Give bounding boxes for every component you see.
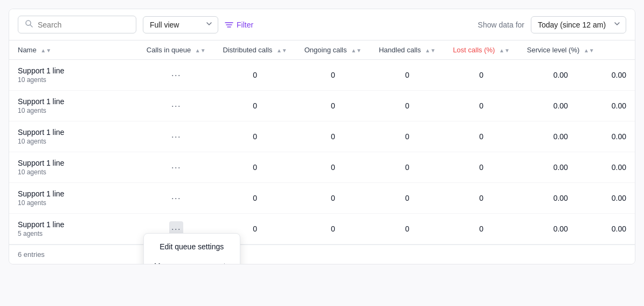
queue-name: Support 1 line xyxy=(18,159,129,167)
name-cell: Support 1 line10 agents xyxy=(9,183,138,214)
table-row: Support 1 line10 agents···00000.000.00 xyxy=(9,91,635,121)
table-row: Support 1 line10 agents···00000.000.00 xyxy=(9,183,635,214)
distributed-calls-cell: 0 xyxy=(296,91,370,121)
handled-calls-cell: 0 xyxy=(444,60,518,91)
context-menu-item[interactable]: Manage queue agents xyxy=(144,256,240,264)
name-cell: Support 1 line10 agents xyxy=(9,60,138,91)
menu-cell: ··· xyxy=(138,152,214,183)
service-level-cell: 0.00 xyxy=(603,214,635,244)
lost-calls-cell: 0.00 xyxy=(518,214,603,244)
lost-calls-cell: 0.00 xyxy=(518,152,603,183)
distributed-calls-cell: 0 xyxy=(296,214,370,244)
search-input[interactable] xyxy=(38,21,129,29)
col-header-service-level[interactable]: Service level (%) ▲▼ xyxy=(518,40,603,60)
search-icon xyxy=(25,19,33,30)
table-row: Support 1 line10 agents···00000.000.00 xyxy=(9,60,635,91)
search-box[interactable] xyxy=(18,16,136,33)
menu-cell: ··· xyxy=(138,91,214,121)
service-level-cell: 0.00 xyxy=(603,91,635,121)
row-menu-button[interactable]: ··· xyxy=(169,129,183,145)
col-header-lost-calls[interactable]: Lost calls (%) ▲▼ xyxy=(444,40,518,60)
data-table: Name ▲▼ Calls in queue ▲▼ Distributed ca… xyxy=(9,40,635,244)
distributed-calls-cell: 0 xyxy=(296,121,370,152)
name-cell: Support 1 line10 agents xyxy=(9,121,138,152)
col-header-name[interactable]: Name ▲▼ xyxy=(9,40,138,60)
lost-calls-cell: 0.00 xyxy=(518,91,603,121)
menu-cell: ··· xyxy=(138,60,214,91)
lost-calls-cell: 0.00 xyxy=(518,60,603,91)
handled-calls-cell: 0 xyxy=(444,152,518,183)
view-select-wrapper: Full view Compact view xyxy=(143,16,218,33)
ongoing-calls-cell: 0 xyxy=(370,121,444,152)
col-header-calls-in-queue[interactable]: Calls in queue ▲▼ xyxy=(138,40,214,60)
service-level-cell: 0.00 xyxy=(603,60,635,91)
toolbar: Full view Compact view Filter Show data … xyxy=(9,9,635,40)
name-cell: Support 1 line5 agents xyxy=(9,214,138,244)
handled-calls-cell: 0 xyxy=(444,183,518,214)
context-menu: Edit queue settingsManage queue agents xyxy=(143,233,240,264)
sort-arrows-handled-calls: ▲▼ xyxy=(425,48,436,53)
service-level-cell: 0.00 xyxy=(603,121,635,152)
sort-arrows-distributed-calls: ▲▼ xyxy=(276,48,287,53)
lost-calls-cell: 0.00 xyxy=(518,121,603,152)
distributed-calls-cell: 0 xyxy=(296,183,370,214)
row-menu-button[interactable]: ··· xyxy=(169,98,183,114)
queue-agents: 10 agents xyxy=(18,76,129,84)
date-select-wrapper: Today (since 12 am) Last 7 days Last 30 … xyxy=(531,16,626,33)
name-cell: Support 1 line10 agents xyxy=(9,91,138,121)
row-menu-button[interactable]: ··· xyxy=(169,191,183,206)
distributed-calls-cell: 0 xyxy=(296,60,370,91)
queue-agents: 5 agents xyxy=(18,230,129,237)
queue-name: Support 1 line xyxy=(18,189,129,198)
queue-name: Support 1 line xyxy=(18,128,129,137)
table-header-row: Name ▲▼ Calls in queue ▲▼ Distributed ca… xyxy=(9,40,635,60)
main-container: Full view Compact view Filter Show data … xyxy=(9,9,635,264)
menu-cell: ··· xyxy=(138,121,214,152)
menu-cell: ···Edit queue settingsManage queue agent… xyxy=(138,214,214,244)
table-row: Support 1 line5 agents···Edit queue sett… xyxy=(9,214,635,244)
entries-count: 6 entries xyxy=(18,250,45,259)
ongoing-calls-cell: 0 xyxy=(370,60,444,91)
ongoing-calls-cell: 0 xyxy=(370,152,444,183)
calls-in-queue-cell: 0 xyxy=(214,60,296,91)
handled-calls-cell: 0 xyxy=(444,91,518,121)
calls-in-queue-cell: 0 xyxy=(214,183,296,214)
sort-arrows-lost-calls: ▲▼ xyxy=(499,48,510,53)
sort-arrows-ongoing-calls: ▲▼ xyxy=(351,48,362,53)
service-level-cell: 0.00 xyxy=(603,183,635,214)
lost-calls-cell: 0.00 xyxy=(518,183,603,214)
name-cell: Support 1 line10 agents xyxy=(9,152,138,183)
ongoing-calls-cell: 0 xyxy=(370,91,444,121)
menu-cell: ··· xyxy=(138,183,214,214)
table-row: Support 1 line10 agents···00000.000.00 xyxy=(9,121,635,152)
filter-icon xyxy=(225,21,233,29)
queue-agents: 10 agents xyxy=(18,107,129,114)
table-body: Support 1 line10 agents···00000.000.00Su… xyxy=(9,60,635,244)
ongoing-calls-cell: 0 xyxy=(370,214,444,244)
row-menu-button[interactable]: ··· xyxy=(169,160,183,175)
show-data-label: Show data for xyxy=(478,21,524,29)
calls-in-queue-cell: 0 xyxy=(214,152,296,183)
svg-line-1 xyxy=(30,25,32,27)
sort-arrows-calls-in-queue: ▲▼ xyxy=(195,48,206,53)
queue-name: Support 1 line xyxy=(18,220,129,229)
filter-button[interactable]: Filter xyxy=(225,21,253,29)
handled-calls-cell: 0 xyxy=(444,121,518,152)
sort-arrows-service-level: ▲▼ xyxy=(584,48,594,53)
queue-agents: 10 agents xyxy=(18,199,129,207)
row-menu-button[interactable]: ··· xyxy=(169,67,183,83)
date-select[interactable]: Today (since 12 am) Last 7 days Last 30 … xyxy=(531,16,626,33)
view-select[interactable]: Full view Compact view xyxy=(143,16,218,33)
queue-name: Support 1 line xyxy=(18,97,129,106)
col-header-distributed-calls[interactable]: Distributed calls ▲▼ xyxy=(214,40,296,60)
table-row: Support 1 line10 agents···00000.000.00 xyxy=(9,152,635,183)
ongoing-calls-cell: 0 xyxy=(370,183,444,214)
service-level-cell: 0.00 xyxy=(603,152,635,183)
handled-calls-cell: 0 xyxy=(444,214,518,244)
context-menu-item[interactable]: Edit queue settings xyxy=(144,237,240,256)
calls-in-queue-cell: 0 xyxy=(214,91,296,121)
col-header-ongoing-calls[interactable]: Ongoing calls ▲▼ xyxy=(296,40,370,60)
col-header-handled-calls[interactable]: Handled calls ▲▼ xyxy=(370,40,444,60)
distributed-calls-cell: 0 xyxy=(296,152,370,183)
queue-agents: 10 agents xyxy=(18,138,129,145)
